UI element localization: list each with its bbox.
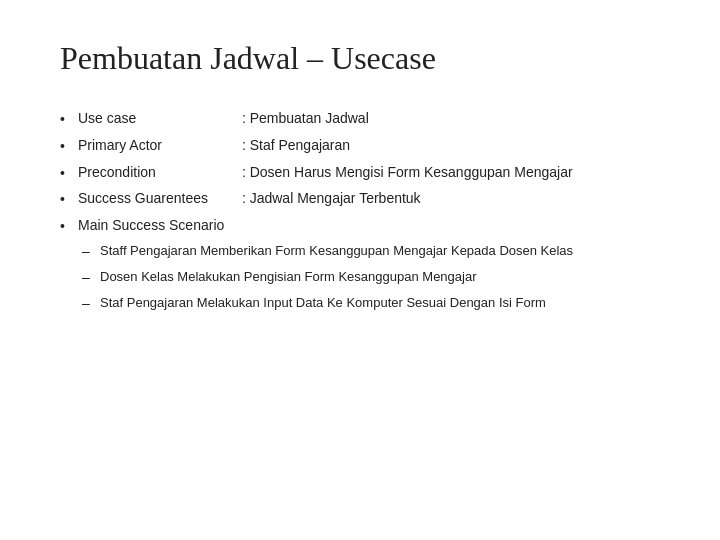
sub-list-item-3: – Staf Pengajaran Melakukan Input Data K… — [82, 292, 660, 316]
sub-text-3: Staf Pengajaran Melakukan Input Data Ke … — [100, 292, 660, 314]
bullet-text-4: Success Guarentees : Jadwal Mengajar Ter… — [78, 187, 660, 211]
sub-dash-3: – — [82, 292, 100, 316]
value-primary-actor: : Staf Pengajaran — [242, 137, 350, 153]
label-primary-actor: Primary Actor — [78, 134, 238, 158]
list-item-primary-actor: • Primary Actor : Staf Pengajaran — [60, 134, 660, 159]
bullet-dot-4: • — [60, 188, 78, 212]
list-item-usecase: • Use case : Pembuatan Jadwal — [60, 107, 660, 132]
sub-list-item-2: – Dosen Kelas Melakukan Pengisian Form K… — [82, 266, 660, 290]
label-success-guarentees: Success Guarentees — [78, 187, 238, 211]
sub-text-2: Dosen Kelas Melakukan Pengisian Form Kes… — [100, 266, 660, 288]
sub-dash-2: – — [82, 266, 100, 290]
slide: Pembuatan Jadwal – Usecase • Use case : … — [0, 0, 720, 540]
value-usecase: : Pembuatan Jadwal — [242, 110, 369, 126]
bullet-text-2: Primary Actor : Staf Pengajaran — [78, 134, 660, 158]
bullet-text-1: Use case : Pembuatan Jadwal — [78, 107, 660, 131]
bullet-text-5: Main Success Scenario – Staff Pengajaran… — [78, 214, 660, 317]
bullet-dot-5: • — [60, 215, 78, 239]
bullet-list: • Use case : Pembuatan Jadwal • Primary … — [60, 107, 660, 317]
sub-bullet-list: – Staff Pengajaran Memberikan Form Kesan… — [82, 240, 660, 315]
list-item-main-success: • Main Success Scenario – Staff Pengajar… — [60, 214, 660, 317]
sub-list-item-1: – Staff Pengajaran Memberikan Form Kesan… — [82, 240, 660, 264]
label-main-success: Main Success Scenario — [78, 214, 238, 238]
label-usecase: Use case — [78, 107, 238, 131]
slide-title: Pembuatan Jadwal – Usecase — [60, 40, 660, 77]
label-precondition: Precondition — [78, 161, 238, 185]
list-item-precondition: • Precondition : Dosen Harus Mengisi For… — [60, 161, 660, 186]
value-precondition: : Dosen Harus Mengisi Form Kesanggupan M… — [242, 164, 573, 180]
list-item-success-guarentees: • Success Guarentees : Jadwal Mengajar T… — [60, 187, 660, 212]
sub-dash-1: – — [82, 240, 100, 264]
bullet-dot-1: • — [60, 108, 78, 132]
bullet-dot-3: • — [60, 162, 78, 186]
bullet-dot-2: • — [60, 135, 78, 159]
slide-content: • Use case : Pembuatan Jadwal • Primary … — [60, 107, 660, 317]
bullet-text-3: Precondition : Dosen Harus Mengisi Form … — [78, 161, 660, 185]
value-success-guarentees: : Jadwal Mengajar Terbentuk — [242, 190, 421, 206]
sub-text-1: Staff Pengajaran Memberikan Form Kesangg… — [100, 240, 660, 262]
